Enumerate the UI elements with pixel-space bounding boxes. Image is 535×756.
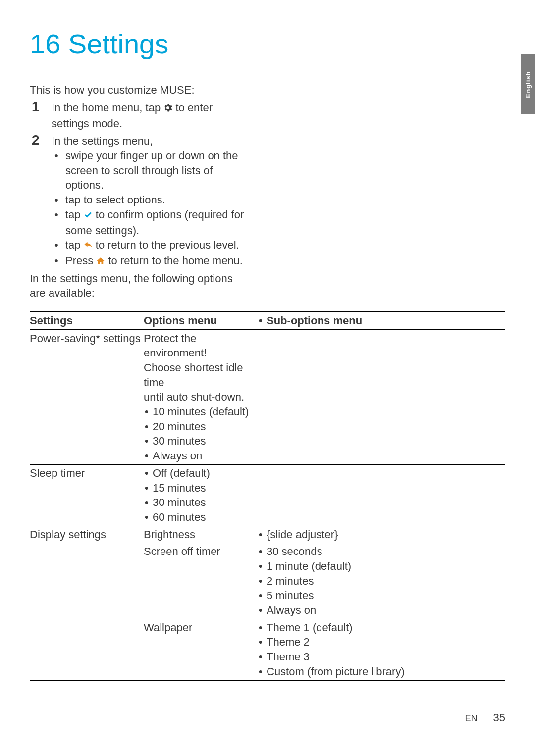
chapter-number: 16 (30, 28, 60, 59)
header-options: Options menu (144, 312, 258, 330)
options-cell: Protect the environment! Choose shortest… (144, 330, 258, 465)
sub-options-cell: •Theme 1 (default) •Theme 2 •Theme 3 •Cu… (258, 619, 505, 680)
page-footer: EN 35 (465, 711, 506, 724)
bullet-dot: • (52, 207, 65, 222)
table-row: Sleep timer •Off (default) •15 minutes •… (30, 464, 505, 526)
language-side-tab: English (521, 54, 535, 114)
step-2-bullet-after: to return to the previous level. (93, 239, 239, 251)
step-2-bullet-text: swipe your finger up or down on the scre… (65, 149, 245, 193)
footer-page-number: 35 (493, 711, 505, 724)
after-steps-text: In the settings menu, the following opti… (30, 271, 243, 301)
settings-table: Settings Options menu •Sub-options menu … (30, 311, 505, 681)
step-2-bullet-after: to return to the home menu. (105, 254, 243, 267)
step-2-bullet: • tap to confirm options (required for s… (52, 207, 245, 238)
setting-name: Display settings (30, 526, 144, 680)
step-2-bullet: • tap to return to the previous level. (52, 238, 245, 253)
footer-lang: EN (465, 713, 478, 724)
language-side-tab-label: English (525, 71, 532, 98)
table-row: Power-saving* settings Protect the envir… (30, 330, 505, 465)
sub-options-cell: •30 seconds •1 minute (default) •2 minut… (258, 543, 505, 619)
step-2-bullet: • swipe your finger up or down on the sc… (52, 149, 245, 193)
setting-name: Power-saving* settings (30, 330, 144, 465)
bullet-dot: • (52, 253, 65, 268)
options-cell: Screen off timer (144, 543, 258, 619)
intro-text: This is how you customize MUSE: (30, 84, 505, 97)
step-number: 1 (32, 100, 52, 115)
table-header-row: Settings Options menu •Sub-options menu (30, 312, 505, 330)
bullet-dot: • (52, 193, 65, 207)
sub-options-cell (258, 464, 505, 526)
step-1-text-before: In the home menu, tap (52, 101, 163, 114)
bullet-dot: • (52, 149, 65, 163)
options-cell: Brightness (144, 526, 258, 543)
step-2-lead: In the settings menu, (52, 134, 245, 149)
sub-options-cell (258, 330, 505, 465)
home-icon (96, 254, 105, 269)
step-2: 2 In the settings menu, • swipe your fin… (32, 133, 245, 269)
bullet-dot: • (52, 238, 65, 252)
options-cell: •Off (default) •15 minutes •30 minutes •… (144, 464, 258, 526)
sub-options-cell: •{slide adjuster} (258, 526, 505, 543)
step-2-bullet-before: Press (65, 254, 96, 267)
chapter-name: Settings (68, 28, 168, 59)
check-icon (84, 208, 93, 223)
step-number: 2 (32, 133, 52, 148)
options-cell: Wallpaper (144, 619, 258, 680)
step-2-bullet: • Press to return to the home menu. (52, 253, 245, 269)
header-settings: Settings (30, 312, 144, 330)
step-2-bullet-before: tap (65, 239, 84, 251)
gear-icon (163, 101, 172, 116)
step-2-bullet-text: tap to select options. (65, 193, 165, 207)
setting-name: Sleep timer (30, 464, 144, 526)
chapter-title: 16 Settings (30, 28, 505, 60)
step-1: 1 In the home menu, tap to enter setting… (32, 100, 245, 131)
step-2-bullet-before: tap (65, 208, 84, 221)
step-2-bullet: • tap to select options. (52, 193, 245, 207)
table-row: Display settings Brightness •{slide adju… (30, 526, 505, 543)
header-sub-options: •Sub-options menu (258, 312, 505, 330)
back-icon (84, 239, 93, 253)
